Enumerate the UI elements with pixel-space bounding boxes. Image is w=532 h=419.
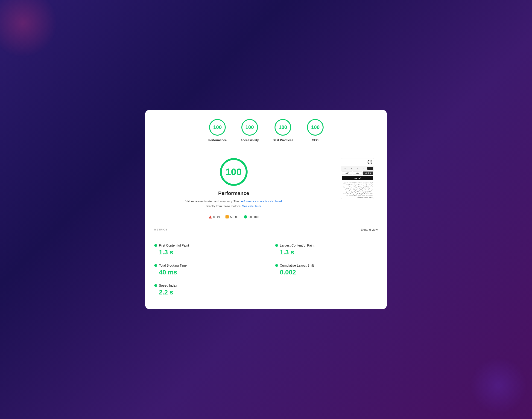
- mobile-tab-3[interactable]: 3: [355, 167, 360, 170]
- metric-si: Speed Index 2.2 s: [154, 280, 266, 300]
- mobile-tab-5[interactable]: 5: [342, 167, 348, 170]
- metric-value-cls: 0.002: [280, 269, 378, 276]
- score-description: Values are estimated and may vary. The p…: [186, 199, 282, 209]
- metric-value-si: 2.2 s: [159, 289, 257, 296]
- metric-value-lcp: 1.3 s: [280, 249, 378, 256]
- legend-average: 50–89: [226, 215, 238, 219]
- metric-dot-si: [154, 284, 157, 287]
- metric-dot-tbt: [154, 264, 157, 267]
- mobile-header: ☰: [341, 158, 374, 166]
- score-circle-performance: 100: [209, 119, 226, 136]
- score-best-practices[interactable]: 100 Best Practices: [273, 119, 293, 142]
- score-label-seo: SEO: [312, 138, 319, 142]
- metrics-section: METRICS Expand view First Contentful Pai…: [145, 228, 387, 309]
- mobile-tab-4[interactable]: 4: [348, 167, 354, 170]
- performance-score-link[interactable]: performance score is calculated: [239, 200, 282, 203]
- score-label-accessibility: Accessibility: [240, 138, 259, 142]
- square-icon: [226, 215, 229, 219]
- mobile-logo: [368, 160, 372, 164]
- metric-name-cls: Cumulative Layout Shift: [280, 264, 314, 267]
- expand-view-button[interactable]: Expand view: [361, 228, 378, 231]
- scores-section: 100 Performance 100 Accessibility 100 Be…: [145, 110, 387, 149]
- legend: 0–49 50–89 90–100: [154, 215, 313, 219]
- mobile-sub-tab-paragraph[interactable]: پاراگراف: [363, 171, 373, 175]
- metric-dot-fcp: [154, 244, 157, 247]
- triangle-icon: [209, 215, 212, 219]
- vertical-divider: [327, 158, 327, 219]
- metrics-header: METRICS Expand view: [154, 228, 378, 235]
- score-label-performance: Performance: [208, 138, 227, 142]
- metric-name-si: Speed Index: [159, 284, 177, 287]
- svg-point-0: [369, 161, 371, 163]
- big-score-wrapper: 100 Performance Values are estimated and…: [154, 158, 313, 209]
- legend-good: 90–100: [244, 215, 258, 219]
- dot-icon: [244, 215, 247, 219]
- mobile-body-text: لورم ایپسوم متن ساختگی با تولید سادگی نا…: [341, 181, 374, 199]
- metric-dot-lcp: [275, 244, 278, 247]
- mobile-tab-2[interactable]: 2: [361, 167, 367, 170]
- score-circle-best-practices: 100: [275, 119, 291, 136]
- score-performance[interactable]: 100 Performance: [208, 119, 227, 142]
- main-content: 100 Performance Values are estimated and…: [145, 149, 387, 228]
- calculator-link[interactable]: See calculator.: [242, 204, 262, 208]
- score-seo[interactable]: 100 SEO: [307, 119, 324, 142]
- main-card: 100 Performance 100 Accessibility 100 Be…: [145, 110, 387, 309]
- score-circle-seo: 100: [307, 119, 324, 136]
- metric-cls: Cumulative Layout Shift 0.002: [266, 260, 378, 280]
- mobile-tab-1[interactable]: 1: [367, 167, 373, 170]
- score-label-best-practices: Best Practices: [273, 138, 293, 142]
- mobile-copy-button[interactable]: کپی متن: [342, 176, 373, 180]
- right-panel: ☰ 5 4 3 2 1 کلمه جمله پاراگراف ک: [341, 158, 378, 219]
- mobile-preview: ☰ 5 4 3 2 1 کلمه جمله پاراگراف ک: [341, 158, 374, 199]
- metrics-grid: First Contentful Paint 1.3 s Largest Con…: [154, 240, 378, 300]
- metric-name-fcp: First Contentful Paint: [159, 244, 189, 247]
- metric-value-tbt: 40 ms: [159, 269, 257, 276]
- metric-value-fcp: 1.3 s: [159, 249, 257, 256]
- score-accessibility[interactable]: 100 Accessibility: [240, 119, 259, 142]
- mobile-sub-tabs: کلمه جمله پاراگراف: [341, 171, 374, 175]
- big-score-circle: 100: [220, 158, 248, 186]
- legend-bad: 0–49: [209, 215, 220, 219]
- metric-lcp: Largest Contentful Paint 1.3 s: [266, 240, 378, 260]
- metric-fcp: First Contentful Paint 1.3 s: [154, 240, 266, 260]
- mobile-tabs: 5 4 3 2 1: [341, 166, 374, 171]
- metrics-title: METRICS: [154, 228, 167, 231]
- mobile-sub-tab-word[interactable]: کلمه: [342, 171, 352, 175]
- mobile-sub-tab-sentence[interactable]: جمله: [353, 171, 363, 175]
- score-circle-accessibility: 100: [241, 119, 258, 136]
- left-panel: 100 Performance Values are estimated and…: [154, 158, 313, 219]
- metric-tbt: Total Blocking Time 40 ms: [154, 260, 266, 280]
- metric-dot-cls: [275, 264, 278, 267]
- metric-name-lcp: Largest Contentful Paint: [280, 244, 314, 247]
- big-score-title: Performance: [218, 190, 249, 196]
- hamburger-icon: ☰: [343, 160, 346, 164]
- metric-name-tbt: Total Blocking Time: [159, 264, 187, 267]
